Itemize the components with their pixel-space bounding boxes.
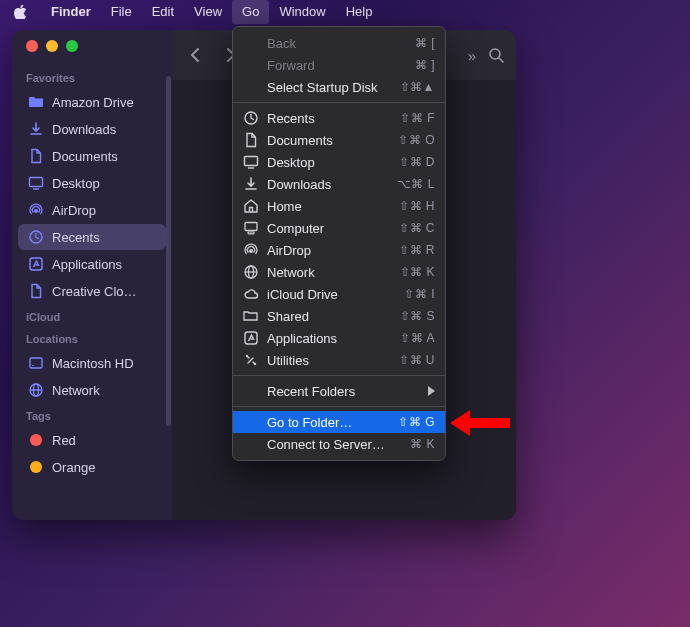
- menu-item-label: Forward: [267, 58, 407, 73]
- sidebar-item-creative-clo-[interactable]: Creative Clo…: [18, 278, 166, 304]
- menu-item-label: Documents: [267, 133, 390, 148]
- menu-view[interactable]: View: [184, 0, 232, 24]
- svg-point-5: [32, 365, 34, 367]
- sidebar-item-downloads[interactable]: Downloads: [18, 116, 166, 142]
- menu-item-label: Go to Folder…: [267, 415, 390, 430]
- sidebar-item-applications[interactable]: Applications: [18, 251, 166, 277]
- document-icon: [28, 283, 44, 299]
- menu-file[interactable]: File: [101, 0, 142, 24]
- menu-item-icloud-drive[interactable]: iCloud Drive⇧⌘ I: [233, 283, 445, 305]
- sidebar-item-orange[interactable]: Orange: [18, 454, 166, 480]
- menu-item-computer[interactable]: Computer⇧⌘ C: [233, 217, 445, 239]
- menu-item-label: Applications: [267, 331, 392, 346]
- menu-item-label: Recents: [267, 111, 392, 126]
- sidebar-section-favorites: Favorites: [12, 66, 172, 88]
- app-icon: [243, 330, 259, 346]
- sidebar-item-recents[interactable]: Recents: [18, 224, 166, 250]
- sidebar: FavoritesAmazon DriveDownloadsDocumentsD…: [12, 30, 172, 520]
- folder-icon: [28, 94, 44, 110]
- apple-icon[interactable]: [14, 5, 27, 19]
- menu-item-applications[interactable]: Applications⇧⌘ A: [233, 327, 445, 349]
- menu-item-forward: Forward⌘ ]: [233, 54, 445, 76]
- document-icon: [28, 148, 44, 164]
- sidebar-scrollbar[interactable]: [166, 76, 171, 426]
- menu-item-select-startup-disk[interactable]: Select Startup Disk⇧⌘▲: [233, 76, 445, 98]
- desktop-icon: [28, 175, 44, 191]
- menu-item-label: Utilities: [267, 353, 391, 368]
- menu-item-recent-folders[interactable]: Recent Folders: [233, 380, 445, 402]
- minimize-button[interactable]: [46, 40, 58, 52]
- sidebar-item-macintosh-hd[interactable]: Macintosh HD: [18, 350, 166, 376]
- menu-item-go-to-folder[interactable]: Go to Folder…⇧⌘ G: [233, 411, 445, 433]
- menu-item-label: Home: [267, 199, 391, 214]
- svg-point-21: [254, 363, 256, 365]
- download-icon: [28, 121, 44, 137]
- sidebar-item-label: Amazon Drive: [52, 95, 134, 110]
- search-icon[interactable]: [488, 47, 504, 63]
- menu-app[interactable]: Finder: [41, 0, 101, 24]
- sidebar-item-red[interactable]: Red: [18, 427, 166, 453]
- icloud-icon: [243, 286, 259, 302]
- blank-icon: [243, 57, 259, 73]
- utilities-icon: [243, 352, 259, 368]
- sidebar-item-label: Red: [52, 433, 76, 448]
- menu-item-connect-to-server[interactable]: Connect to Server…⌘ K: [233, 433, 445, 455]
- menu-help[interactable]: Help: [336, 0, 383, 24]
- overflow-icon[interactable]: »: [468, 47, 476, 64]
- svg-rect-13: [245, 223, 257, 231]
- menu-item-shortcut: ⇧⌘▲: [400, 80, 435, 94]
- menu-item-home[interactable]: Home⇧⌘ H: [233, 195, 445, 217]
- menu-item-shortcut: ⌘ ]: [415, 58, 435, 72]
- menu-item-utilities[interactable]: Utilities⇧⌘ U: [233, 349, 445, 371]
- menu-item-shared[interactable]: Shared⇧⌘ S: [233, 305, 445, 327]
- sidebar-item-airdrop[interactable]: AirDrop: [18, 197, 166, 223]
- sidebar-item-label: Downloads: [52, 122, 116, 137]
- menu-item-downloads[interactable]: Downloads⌥⌘ L: [233, 173, 445, 195]
- menu-item-label: Computer: [267, 221, 391, 236]
- menu-go[interactable]: Go: [232, 0, 269, 24]
- menu-item-shortcut: ⇧⌘ C: [399, 221, 435, 235]
- app-icon: [28, 256, 44, 272]
- sidebar-item-documents[interactable]: Documents: [18, 143, 166, 169]
- svg-rect-4: [30, 358, 42, 368]
- sidebar-section-locations: Locations: [12, 327, 172, 349]
- menu-item-desktop[interactable]: Desktop⇧⌘ D: [233, 151, 445, 173]
- clock-icon: [28, 229, 44, 245]
- back-button[interactable]: [184, 43, 208, 67]
- menu-item-shortcut: ⇧⌘ O: [398, 133, 435, 147]
- sidebar-item-network[interactable]: Network: [18, 377, 166, 403]
- close-button[interactable]: [26, 40, 38, 52]
- svg-rect-12: [245, 157, 258, 166]
- blank-icon: [243, 79, 259, 95]
- menu-item-label: Back: [267, 36, 407, 51]
- menu-item-shortcut: ⇧⌘ S: [400, 309, 435, 323]
- svg-point-15: [249, 249, 253, 253]
- sidebar-item-label: Orange: [52, 460, 95, 475]
- tag-icon: [28, 432, 44, 448]
- disk-icon: [28, 355, 44, 371]
- document-icon: [243, 132, 259, 148]
- window-controls: [12, 40, 172, 52]
- menu-item-documents[interactable]: Documents⇧⌘ O: [233, 129, 445, 151]
- airdrop-icon: [28, 202, 44, 218]
- sidebar-item-amazon-drive[interactable]: Amazon Drive: [18, 89, 166, 115]
- menu-item-airdrop[interactable]: AirDrop⇧⌘ R: [233, 239, 445, 261]
- menu-item-shortcut: ⇧⌘ A: [400, 331, 435, 345]
- airdrop-icon: [243, 242, 259, 258]
- menu-edit[interactable]: Edit: [142, 0, 184, 24]
- menu-item-recents[interactable]: Recents⇧⌘ F: [233, 107, 445, 129]
- menu-item-shortcut: ⌘ K: [410, 437, 435, 451]
- menu-window[interactable]: Window: [269, 0, 335, 24]
- menubar: Finder File Edit View Go Window Help: [0, 0, 690, 24]
- tag-icon: [28, 459, 44, 475]
- blank-icon: [243, 35, 259, 51]
- download-icon: [243, 176, 259, 192]
- zoom-button[interactable]: [66, 40, 78, 52]
- clock-icon: [243, 110, 259, 126]
- sidebar-item-label: Macintosh HD: [52, 356, 134, 371]
- menu-item-shortcut: ⇧⌘ I: [404, 287, 435, 301]
- sidebar-item-desktop[interactable]: Desktop: [18, 170, 166, 196]
- menu-item-network[interactable]: Network⇧⌘ K: [233, 261, 445, 283]
- sidebar-item-label: Recents: [52, 230, 100, 245]
- menu-item-shortcut: ⇧⌘ F: [400, 111, 435, 125]
